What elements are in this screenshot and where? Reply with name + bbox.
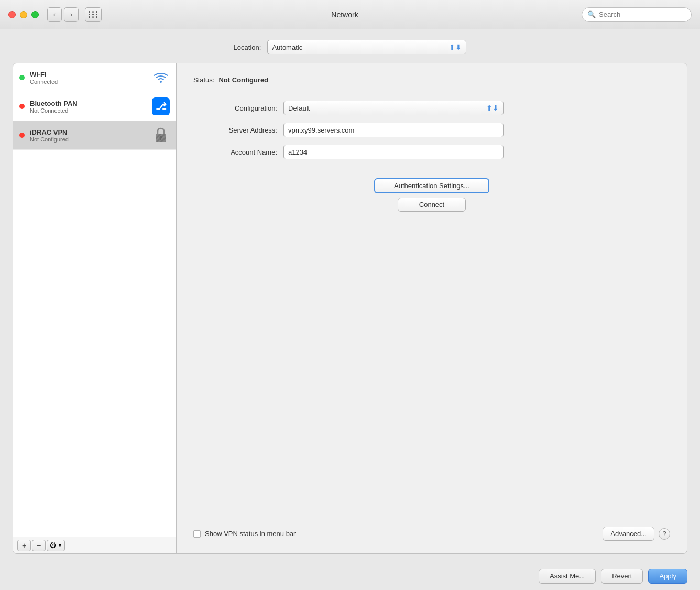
- bluetooth-icon: ⎇: [152, 97, 170, 115]
- gear-menu-button[interactable]: ⚙ ▼: [47, 540, 65, 551]
- bottom-row: Show VPN status in menu bar Advanced... …: [193, 527, 670, 541]
- minimize-button[interactable]: [20, 11, 27, 18]
- forward-button[interactable]: ›: [64, 7, 79, 22]
- network-list: Wi-Fi Connected: [13, 63, 177, 553]
- bottom-right: Advanced... ?: [603, 527, 670, 541]
- network-status-idrac: Not Configured: [30, 136, 147, 143]
- network-info-idrac: iDRAC VPN Not Configured: [30, 128, 147, 143]
- svg-point-0: [160, 81, 162, 83]
- show-vpn-checkbox[interactable]: [193, 530, 201, 538]
- status-dot-idrac: [19, 133, 25, 138]
- action-buttons: Authentication Settings... Connect: [193, 178, 670, 212]
- auth-settings-button[interactable]: Authentication Settings...: [374, 178, 489, 193]
- network-item-bluetooth[interactable]: Bluetooth PAN Not Connected ⎇: [13, 92, 176, 121]
- show-vpn-row: Show VPN status in menu bar: [193, 530, 296, 538]
- bluetooth-symbol: ⎇: [152, 97, 170, 115]
- network-name-bluetooth: Bluetooth PAN: [30, 100, 147, 107]
- account-name-label: Account Name:: [193, 148, 277, 156]
- network-item-idrac[interactable]: iDRAC VPN Not Configured: [13, 121, 176, 150]
- maximize-button[interactable]: [31, 11, 39, 18]
- close-button[interactable]: [8, 11, 16, 18]
- detail-panel: Status: Not Configured Configuration: De…: [177, 63, 687, 553]
- lock-icon: [152, 126, 170, 144]
- apply-button[interactable]: Apply: [648, 569, 687, 584]
- configuration-label: Configuration:: [193, 104, 277, 112]
- status-row: Status: Not Configured: [193, 76, 670, 84]
- location-select[interactable]: Automatic ⬆⬇: [267, 40, 466, 54]
- location-label: Location:: [234, 43, 261, 51]
- remove-network-button[interactable]: −: [32, 540, 46, 551]
- window-title: Network: [108, 10, 582, 19]
- advanced-button[interactable]: Advanced...: [603, 527, 654, 541]
- server-address-input[interactable]: [283, 123, 504, 137]
- server-address-label: Server Address:: [193, 126, 277, 134]
- grid-icon: [89, 11, 99, 18]
- svg-rect-4: [160, 138, 161, 140]
- show-vpn-label: Show VPN status in menu bar: [205, 530, 296, 538]
- account-name-input[interactable]: [283, 145, 504, 159]
- network-info-wifi: Wi-Fi Connected: [30, 71, 147, 85]
- wifi-icon: [152, 69, 170, 86]
- server-address-row: Server Address:: [193, 123, 670, 137]
- configuration-row: Configuration: Default ⬆⬇: [193, 101, 670, 115]
- status-dot-wifi: [19, 75, 25, 80]
- footer: Assist Me... Revert Apply: [0, 562, 700, 590]
- body-panel: Wi-Fi Connected: [13, 63, 687, 554]
- network-toolbar: + − ⚙ ▼: [13, 537, 176, 553]
- gear-icon: ⚙: [49, 540, 57, 550]
- status-dot-bluetooth: [19, 104, 25, 109]
- network-status-bluetooth: Not Connected: [30, 107, 147, 114]
- main-content: Location: Automatic ⬆⬇ Wi-Fi Connected: [0, 29, 700, 562]
- status-label: Status:: [193, 76, 214, 84]
- help-button[interactable]: ?: [659, 528, 670, 540]
- network-name-wifi: Wi-Fi: [30, 71, 147, 79]
- add-network-button[interactable]: +: [17, 540, 31, 551]
- status-value: Not Configured: [218, 76, 268, 84]
- network-info-bluetooth: Bluetooth PAN Not Connected: [30, 100, 147, 114]
- account-name-row: Account Name:: [193, 145, 670, 159]
- network-items: Wi-Fi Connected: [13, 63, 176, 537]
- connect-button[interactable]: Connect: [398, 198, 466, 212]
- grid-button[interactable]: [85, 7, 102, 22]
- assist-me-button[interactable]: Assist Me...: [539, 569, 596, 584]
- revert-button[interactable]: Revert: [601, 569, 643, 584]
- back-button[interactable]: ‹: [47, 7, 62, 22]
- location-arrows-icon: ⬆⬇: [449, 43, 462, 51]
- location-row: Location: Automatic ⬆⬇: [13, 40, 687, 54]
- configuration-arrows-icon: ⬆⬇: [486, 104, 499, 112]
- search-bar[interactable]: 🔍: [582, 7, 692, 22]
- location-value: Automatic: [272, 43, 302, 51]
- search-input[interactable]: [599, 10, 686, 18]
- configuration-value: Default: [288, 104, 310, 112]
- gear-dropdown-arrow-icon: ▼: [58, 543, 62, 548]
- traffic-lights: [8, 11, 39, 18]
- nav-buttons: ‹ ›: [47, 7, 79, 22]
- network-status-wifi: Connected: [30, 79, 147, 85]
- configuration-select[interactable]: Default ⬆⬇: [283, 101, 504, 115]
- form-section: Configuration: Default ⬆⬇ Server Address…: [193, 101, 670, 159]
- network-name-idrac: iDRAC VPN: [30, 128, 147, 136]
- network-item-wifi[interactable]: Wi-Fi Connected: [13, 63, 176, 92]
- titlebar: ‹ › Network 🔍: [0, 0, 700, 29]
- search-icon: 🔍: [587, 10, 596, 18]
